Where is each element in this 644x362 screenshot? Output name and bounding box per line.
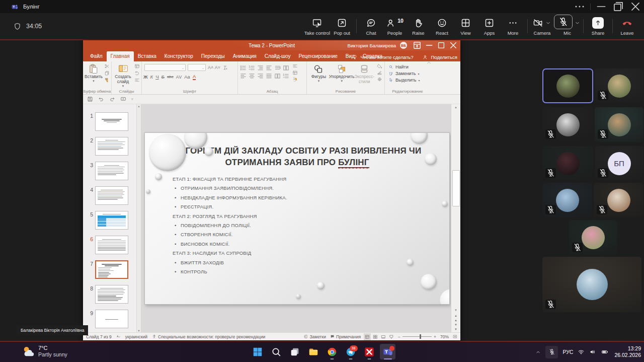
powerpoint-maximize-button[interactable] bbox=[435, 40, 447, 50]
taskbar-start-button[interactable] bbox=[250, 344, 265, 359]
language-indicator[interactable]: украинский bbox=[125, 334, 147, 339]
shape-effects-icon[interactable] bbox=[376, 77, 383, 82]
participant-tile[interactable] bbox=[595, 107, 643, 142]
ribbon-tab-главная[interactable]: Главная bbox=[107, 51, 134, 61]
reading-view-icon[interactable] bbox=[381, 334, 386, 339]
fit-slide-icon[interactable] bbox=[453, 334, 457, 339]
align-center-icon[interactable] bbox=[248, 73, 256, 80]
meeting-apps-button[interactable]: Apps bbox=[477, 13, 501, 39]
slide-title[interactable]: АЛГОРИТМ ДІЙ ЗАКЛАДУ ОСВІТИ У РАЗІ ВИЯВЛ… bbox=[160, 145, 434, 169]
new-slide-button[interactable]: Создать слайд ▼ bbox=[113, 63, 133, 88]
vertical-scrollbar[interactable]: ▲ ▼ ▲▲ ▼▼ bbox=[451, 104, 460, 333]
taskbar-explorer-button[interactable] bbox=[305, 344, 321, 359]
slide-thumbnail-2[interactable]: 2 bbox=[83, 137, 137, 156]
columns-icon[interactable] bbox=[282, 64, 290, 71]
comments-toggle[interactable]: Примечания bbox=[336, 334, 361, 339]
slide-thumbnail-7[interactable]: 7 bbox=[83, 260, 137, 279]
window-close-button[interactable] bbox=[627, 0, 644, 13]
cut-icon[interactable] bbox=[104, 63, 110, 69]
thumbnail-scrollbar[interactable]: ▲ ▼ bbox=[136, 104, 141, 333]
powerpoint-minimize-button[interactable] bbox=[423, 40, 435, 50]
font-style-button[interactable]: Ч bbox=[155, 74, 158, 80]
numbering-icon[interactable] bbox=[248, 64, 256, 71]
ribbon-tab-конструктор[interactable]: Конструктор bbox=[160, 51, 197, 61]
start-slideshow-icon[interactable] bbox=[120, 96, 126, 102]
slide-body-text[interactable]: ЕТАП 1: ФІКСАЦІЯ ТА ПЕРВИННЕ РЕАГУВАННЯО… bbox=[173, 176, 434, 278]
text-direction-icon[interactable] bbox=[292, 63, 298, 69]
meeting-view-button[interactable]: View bbox=[454, 13, 477, 39]
taskbar-task-view-button[interactable] bbox=[287, 344, 302, 359]
taskbar-chrome-button[interactable] bbox=[324, 344, 340, 359]
window-minimize-button[interactable] bbox=[593, 0, 610, 13]
spellcheck-icon[interactable] bbox=[116, 334, 121, 339]
convert-smartart-icon[interactable] bbox=[292, 77, 298, 82]
slide-thumbnail-3[interactable]: 3 bbox=[83, 162, 137, 180]
ppt-share-label[interactable]: Поделиться bbox=[431, 54, 457, 60]
meeting-people-button[interactable]: 10People bbox=[383, 13, 407, 39]
slide-thumbnail-8[interactable]: 8 bbox=[83, 285, 137, 304]
customize-qat-icon[interactable]: ▿ bbox=[131, 97, 133, 101]
scroll-down-arrow[interactable]: ▼ bbox=[451, 307, 460, 314]
align-right-icon[interactable] bbox=[257, 73, 264, 80]
slide-thumbnail-1[interactable]: 1 bbox=[83, 112, 137, 131]
taskbar-telegram-button[interactable]: 38 bbox=[343, 344, 358, 359]
clear-formatting-icon[interactable] bbox=[222, 65, 228, 70]
previous-slide-button[interactable]: ▲▲ bbox=[451, 314, 460, 323]
font-style-button[interactable]: А bbox=[193, 74, 196, 80]
meeting-chat-button[interactable]: Chat bbox=[359, 13, 383, 39]
shape-fill-icon[interactable] bbox=[376, 63, 383, 69]
bullets-icon[interactable] bbox=[239, 64, 247, 71]
replace-button[interactable]: Заменить ▾ bbox=[388, 71, 427, 76]
taskbar-search-button[interactable] bbox=[268, 344, 284, 359]
redo-icon[interactable] bbox=[109, 96, 115, 102]
align-left-icon[interactable] bbox=[239, 73, 247, 80]
zoom-level[interactable]: 70% bbox=[440, 334, 449, 339]
participant-tile[interactable] bbox=[542, 146, 593, 181]
font-style-button[interactable]: К bbox=[150, 74, 153, 80]
chevron-down-icon[interactable] bbox=[574, 20, 581, 26]
ribbon-tab-переходы[interactable]: Переходы bbox=[197, 51, 229, 61]
window-more-button[interactable] bbox=[571, 0, 588, 13]
section-icon[interactable] bbox=[134, 78, 140, 83]
decrease-indent-icon[interactable] bbox=[257, 64, 264, 71]
font-name-select[interactable]: ⌄ bbox=[144, 64, 186, 71]
participant-tile[interactable] bbox=[542, 183, 592, 218]
tray-mic-muted-icon[interactable] bbox=[545, 346, 558, 358]
ribbon-tab-файл[interactable]: Файл bbox=[86, 51, 107, 61]
language-switcher[interactable]: РУС bbox=[562, 349, 573, 355]
ribbon-display-options-button[interactable] bbox=[411, 40, 423, 50]
wifi-icon[interactable] bbox=[578, 348, 585, 355]
find-button[interactable]: Найти bbox=[388, 64, 427, 69]
notes-toggle[interactable]: Заметки bbox=[309, 334, 326, 339]
participant-tile[interactable]: БП bbox=[595, 146, 643, 181]
scroll-up-arrow[interactable]: ▲ bbox=[137, 104, 141, 109]
volume-icon[interactable] bbox=[589, 348, 596, 355]
meeting-take-control-button[interactable]: Take control bbox=[304, 13, 330, 39]
ribbon-tab-слайд-шоу[interactable]: Слайд-шоу bbox=[261, 51, 295, 61]
account-avatar[interactable]: ВБ bbox=[400, 42, 407, 49]
layout-icon[interactable] bbox=[134, 63, 140, 69]
scroll-up-arrow[interactable]: ▲ bbox=[451, 104, 460, 111]
battery-icon[interactable] bbox=[601, 348, 609, 355]
format-painter-icon[interactable] bbox=[104, 78, 110, 83]
slideshow-icon[interactable] bbox=[389, 334, 394, 339]
participant-tile[interactable] bbox=[595, 68, 643, 103]
font-style-button[interactable]: S bbox=[162, 74, 165, 80]
meeting-pop-out-button[interactable]: Pop out bbox=[330, 13, 354, 39]
copy-icon[interactable] bbox=[104, 70, 110, 76]
tell-me-label[interactable]: Что вы хотите сделать? bbox=[361, 54, 414, 60]
participant-tile[interactable] bbox=[542, 107, 593, 142]
font-style-button[interactable]: Ж bbox=[143, 74, 148, 80]
text-direction-icon[interactable] bbox=[282, 73, 290, 80]
slide-thumbnail-5[interactable]: 5 bbox=[83, 211, 137, 230]
slide-thumbnail-4[interactable]: 4 bbox=[83, 186, 137, 205]
arrange-button[interactable]: Упорядочить ▼ bbox=[329, 63, 355, 83]
window-maximize-button[interactable] bbox=[610, 0, 627, 13]
meeting-share-button[interactable]: Share bbox=[586, 13, 610, 39]
ribbon-tab-вставка[interactable]: Вставка bbox=[134, 51, 160, 61]
justify-icon[interactable] bbox=[265, 73, 273, 80]
reset-icon[interactable] bbox=[134, 70, 140, 76]
chevron-down-icon[interactable] bbox=[545, 20, 551, 26]
shapes-button[interactable]: Фигуры ▼ bbox=[308, 63, 329, 83]
participant-tile[interactable] bbox=[542, 257, 641, 312]
